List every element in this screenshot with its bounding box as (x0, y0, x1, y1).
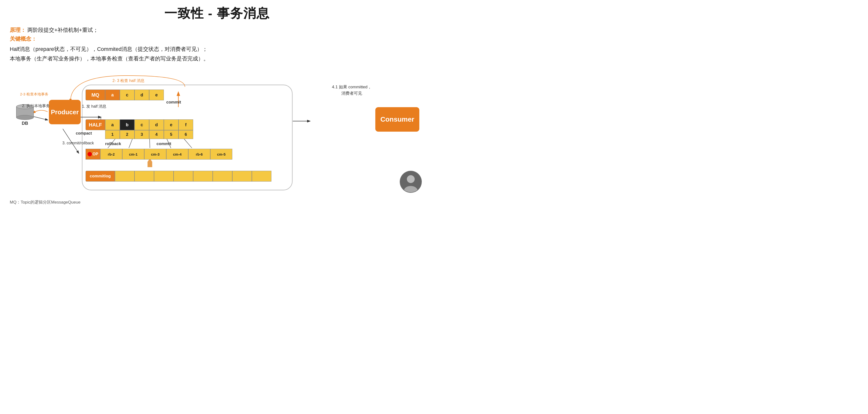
commitlog-cell-2 (134, 171, 154, 182)
principle-line: 原理： 两阶段提交+补偿机制+重试； (10, 26, 424, 34)
label-exec-local: 2. 执行本地事务 (22, 104, 50, 109)
half-num-2: 2 (120, 130, 134, 139)
commitlog-cells (115, 171, 271, 182)
half-cell-a: a (105, 119, 120, 130)
label-41-text: 4.1 如果 committed， (332, 85, 372, 89)
half-num-5: 5 (164, 130, 179, 139)
db-label: DB (16, 121, 34, 126)
diagram-area: DB Producer Consumer 2- 3 检查 half 消息 2-3… (10, 68, 424, 195)
commitlog-cell-7 (232, 171, 252, 182)
half-num-row: 1 2 3 4 5 6 (86, 130, 193, 139)
label-check-local: 2-3 检查本地事务 (20, 92, 49, 97)
svg-rect-11 (148, 162, 152, 167)
half-cell-e: e (164, 119, 179, 130)
principle-label: 原理： (10, 27, 26, 33)
op-row: OP rb-2 cm-1 cm-3 cm-4 rb-6 cm-5 (86, 149, 232, 159)
producer-box: Producer (49, 100, 81, 124)
desc1: Half消息（prepare状态，不可见），Commited消息（提交状态，对消… (10, 45, 424, 53)
half-header: HALF (86, 119, 105, 130)
commitlog-cell-8 (252, 171, 271, 182)
op-cm4: cm-4 (166, 149, 188, 159)
half-row-wrapper: HALF a b c d e f 1 2 3 4 5 6 (86, 119, 193, 139)
consumer-box: Consumer (375, 107, 419, 131)
mq-cell-c: c (120, 90, 134, 100)
label-check-half: 2- 3 检查 half 消息 (113, 78, 145, 83)
commitlog-header: commitlog (86, 171, 115, 182)
label-commit2: commit (156, 141, 171, 146)
mq-header-cell: MQ (86, 90, 105, 100)
avatar-image (400, 171, 421, 192)
commitlog-cell-1 (115, 171, 134, 182)
half-num-4: 4 (149, 130, 164, 139)
commitlog-cell-5 (193, 171, 213, 182)
svg-line-3 (33, 116, 48, 120)
key-concepts: 关键概念： (10, 35, 424, 42)
op-cm3: cm-3 (144, 149, 166, 159)
commitlog-cell-3 (154, 171, 174, 182)
label-send-half: 1. 发 half 消息 (82, 104, 106, 109)
half-num-1: 1 (105, 130, 120, 139)
label-commit-rollback: 3. commit/rollback (62, 141, 94, 145)
mq-row: MQ a c d e (86, 90, 164, 100)
half-num-3: 3 (134, 130, 149, 139)
svg-point-14 (407, 175, 415, 183)
mq-cell-d: d (134, 90, 149, 100)
principle-text: 两阶段提交+补偿机制+重试； (27, 27, 98, 33)
op-rb6: rb-6 (188, 149, 210, 159)
mq-cell-e: e (149, 90, 164, 100)
commitlog-cell-4 (174, 171, 193, 182)
op-cell: OP (86, 149, 100, 159)
half-cell-d: d (149, 119, 164, 130)
producer-label: Producer (51, 109, 79, 116)
mq-cell-a: a (105, 90, 120, 100)
op-rb2: rb-2 (100, 149, 122, 159)
consumer-label: Consumer (380, 116, 414, 123)
half-cell-f: f (179, 119, 193, 130)
op-red-dot (88, 152, 92, 156)
label-41b-text: 消费者可见 (341, 91, 362, 96)
commitlog-bar: commitlog (86, 171, 271, 182)
db-cylinder-bottom (16, 115, 34, 120)
commitlog-cell-6 (213, 171, 232, 182)
footnote: MQ：Topic的逻辑分区MessageQueue (10, 200, 81, 205)
half-row: HALF a b c d e f (86, 119, 193, 130)
desc2: 本地事务（生产者写业务操作），本地事务检查（查看生产者的写业务是否完成）。 (10, 55, 424, 63)
avatar (400, 171, 422, 193)
half-num-6: 6 (179, 130, 193, 139)
half-cell-b: b (120, 119, 134, 130)
op-cm5: cm-5 (210, 149, 232, 159)
label-41: 4.1 如果 committed， 消费者可见 (332, 84, 372, 96)
half-num-spacer (86, 130, 105, 139)
half-cell-c: c (134, 119, 149, 130)
label-rollback: rollback (105, 141, 121, 146)
op-cm1: cm-1 (122, 149, 144, 159)
page-title: 一致性 - 事务消息 (10, 5, 424, 22)
page: 一致性 - 事务消息 原理： 两阶段提交+补偿机制+重试； 关键概念： Half… (0, 0, 434, 207)
commit-label-mq: commit (166, 100, 181, 105)
